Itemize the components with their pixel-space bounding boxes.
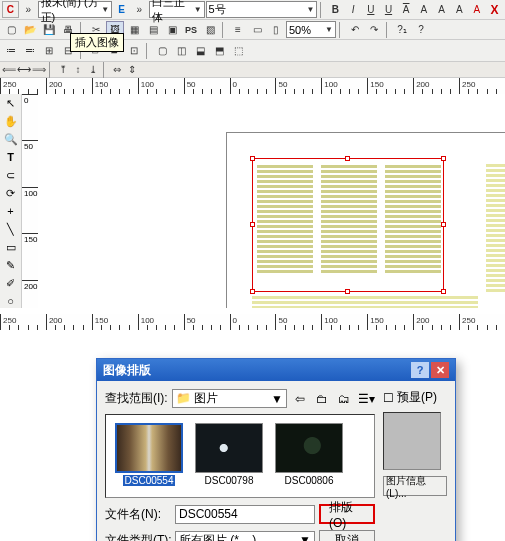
chevron-down-icon: ▼ bbox=[299, 533, 311, 541]
workspace: ↖ ✋ 🔍 T ⊂ ⟳ + ╲ ▭ ✎ ✐ ○ 050100150200 bbox=[0, 94, 505, 326]
pen-tool[interactable]: ✎ bbox=[0, 256, 21, 274]
valign-top-icon[interactable]: ⤒ bbox=[56, 63, 70, 76]
filename-input[interactable]: DSC00554 bbox=[175, 505, 315, 524]
thumbnail-image bbox=[195, 423, 263, 473]
redo-button[interactable]: ↷ bbox=[365, 21, 383, 38]
bold-button[interactable]: B bbox=[327, 1, 344, 18]
italic-button[interactable]: I bbox=[345, 1, 362, 18]
thumbnail-list[interactable]: DSC00554DSC00798DSC00806 bbox=[105, 414, 375, 498]
new-folder-icon[interactable]: 🗂 bbox=[335, 390, 353, 408]
scale-down-button[interactable]: A bbox=[451, 1, 468, 18]
thumbnail-label: DSC00554 bbox=[123, 475, 176, 486]
dist-v-icon[interactable]: ⇕ bbox=[125, 63, 139, 76]
handle-sw[interactable] bbox=[250, 289, 255, 294]
thumbnail-label: DSC00806 bbox=[285, 475, 334, 486]
help-icon[interactable]: ? bbox=[412, 21, 430, 38]
filetype-combo[interactable]: 所有图片 (*....) ▼ bbox=[175, 531, 315, 542]
obj2-icon[interactable]: ◫ bbox=[172, 42, 190, 59]
c-marker[interactable]: C bbox=[2, 1, 19, 18]
al-right-icon[interactable]: ⟹ bbox=[32, 63, 46, 76]
valign-bot-icon[interactable]: ⤓ bbox=[86, 63, 100, 76]
e-marker[interactable]: E bbox=[113, 1, 130, 18]
layers-icon[interactable]: ≡ bbox=[229, 21, 247, 38]
insert-image-tooltip: 插入图像 bbox=[70, 33, 124, 52]
clear-format-button[interactable]: X bbox=[486, 1, 503, 18]
obj3-icon[interactable]: ⬓ bbox=[191, 42, 209, 59]
layout-button[interactable]: 排版(O) bbox=[319, 504, 375, 524]
book-icon[interactable]: ▯ bbox=[267, 21, 285, 38]
cancel-button[interactable]: 取消 bbox=[319, 530, 375, 541]
underline2-button[interactable]: U bbox=[380, 1, 397, 18]
align3-icon[interactable]: ⊞ bbox=[40, 42, 58, 59]
handle-ne[interactable] bbox=[441, 156, 446, 161]
toolbar-font: C » 报宋(简) (方正) ▼ E » 白三正体 ▼ 5号 ▼ B I U U… bbox=[0, 0, 505, 20]
obj4-icon[interactable]: ⬒ bbox=[210, 42, 228, 59]
arrow-right-icon-2[interactable]: » bbox=[131, 1, 148, 18]
scale-up-button[interactable]: A bbox=[433, 1, 450, 18]
handle-nw[interactable] bbox=[250, 156, 255, 161]
font-color-button[interactable]: A bbox=[469, 1, 486, 18]
rotate-tool[interactable]: ⟳ bbox=[0, 184, 21, 202]
preview-icon[interactable]: ▭ bbox=[248, 21, 266, 38]
zoom-combo[interactable]: 50% ▼ bbox=[286, 21, 336, 38]
page-canvas[interactable] bbox=[38, 94, 505, 326]
underline1-button[interactable]: U bbox=[362, 1, 379, 18]
superscript-button[interactable]: A bbox=[416, 1, 433, 18]
chevron-down-icon: ▼ bbox=[271, 392, 283, 406]
help-dialog-button[interactable]: ? bbox=[411, 362, 429, 378]
table-icon[interactable]: ▦ bbox=[125, 21, 143, 38]
line-tool[interactable]: ╲ bbox=[0, 220, 21, 238]
handle-s[interactable] bbox=[345, 289, 350, 294]
palette-icon[interactable]: ▧ bbox=[201, 21, 219, 38]
align2-icon[interactable]: ≕ bbox=[21, 42, 39, 59]
al-left-icon[interactable]: ⟸ bbox=[2, 63, 16, 76]
preview-toggle[interactable]: ☐ 预显(P) bbox=[383, 389, 447, 406]
views-icon[interactable]: ☰▾ bbox=[357, 390, 375, 408]
thumbnail[interactable]: DSC00554 bbox=[112, 423, 186, 489]
obj1-icon[interactable]: ▢ bbox=[153, 42, 171, 59]
link-tool[interactable]: ⊂ bbox=[0, 166, 21, 184]
chevron-down-icon: ▼ bbox=[306, 5, 314, 14]
valign-mid-icon[interactable]: ↕ bbox=[71, 63, 85, 76]
folder-combo[interactable]: 📁 图片 ▼ bbox=[172, 389, 287, 408]
back-icon[interactable]: ⇦ bbox=[291, 390, 309, 408]
up-folder-icon[interactable]: 🗀 bbox=[313, 390, 331, 408]
folder-name: 图片 bbox=[194, 391, 218, 405]
thumbnail[interactable]: DSC00806 bbox=[272, 423, 346, 489]
font-style-combo[interactable]: 白三正体 ▼ bbox=[149, 1, 205, 18]
open-icon[interactable]: 📂 bbox=[21, 21, 39, 38]
font-size-combo[interactable]: 5号 ▼ bbox=[206, 1, 318, 18]
pen2-tool[interactable]: ✐ bbox=[0, 274, 21, 292]
cursor-tool[interactable]: ↖ bbox=[0, 94, 21, 112]
handle-n[interactable] bbox=[345, 156, 350, 161]
arrow-right-icon[interactable]: » bbox=[20, 1, 37, 18]
box-icon[interactable]: ▣ bbox=[163, 21, 181, 38]
grp3-icon[interactable]: ⊡ bbox=[125, 42, 143, 59]
obj5-icon[interactable]: ⬚ bbox=[229, 42, 247, 59]
align1-icon[interactable]: ≔ bbox=[2, 42, 20, 59]
rect-tool[interactable]: ▭ bbox=[0, 238, 21, 256]
zoom-tool[interactable]: 🔍 bbox=[0, 130, 21, 148]
grid-icon[interactable]: ▤ bbox=[144, 21, 162, 38]
undo-button[interactable]: ↶ bbox=[346, 21, 364, 38]
dist-h-icon[interactable]: ⇔ bbox=[110, 63, 124, 76]
text-tool[interactable]: T bbox=[0, 148, 21, 166]
save-icon[interactable]: 💾 bbox=[40, 21, 58, 38]
thumbnail-label: DSC00798 bbox=[205, 475, 254, 486]
ps-button[interactable]: PS bbox=[182, 21, 200, 38]
image-info-button[interactable]: 图片信息(L)... bbox=[383, 476, 447, 496]
preview-checkbox[interactable]: ☐ bbox=[383, 391, 394, 405]
handle-se[interactable] bbox=[441, 289, 446, 294]
new-icon[interactable]: ▢ bbox=[2, 21, 20, 38]
chevron-down-icon: ▼ bbox=[325, 25, 333, 34]
font-family-combo[interactable]: 报宋(简) (方正) ▼ bbox=[38, 1, 113, 18]
plus-tool[interactable]: + bbox=[0, 202, 21, 220]
hand-tool[interactable]: ✋ bbox=[0, 112, 21, 130]
al-center-icon[interactable]: ⟷ bbox=[17, 63, 31, 76]
text-frame[interactable] bbox=[252, 158, 444, 292]
help-marker-icon[interactable]: ?₁ bbox=[393, 21, 411, 38]
thumbnail[interactable]: DSC00798 bbox=[192, 423, 266, 489]
dialog-titlebar[interactable]: 图像排版 ? ✕ bbox=[97, 359, 455, 381]
close-dialog-button[interactable]: ✕ bbox=[431, 362, 449, 378]
overline-button[interactable]: A bbox=[398, 1, 415, 18]
